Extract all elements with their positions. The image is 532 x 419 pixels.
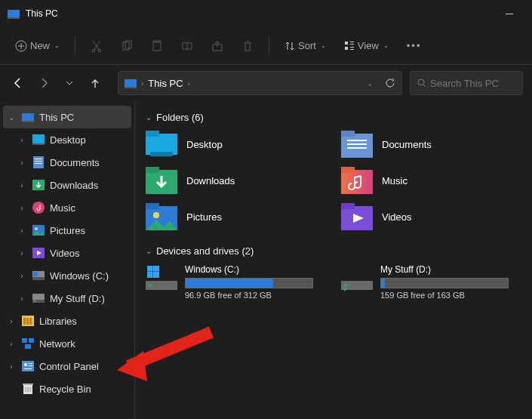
more-button[interactable]: •••	[401, 35, 428, 56]
recent-dropdown[interactable]	[60, 74, 78, 92]
rename-button[interactable]	[175, 35, 199, 57]
sidebar-item-libraries[interactable]: ›Libraries	[0, 310, 134, 332]
svg-rect-48	[22, 338, 27, 343]
minimize-button[interactable]	[494, 0, 524, 27]
svg-rect-18	[345, 47, 348, 50]
ellipsis-icon: •••	[407, 40, 422, 51]
trash-icon	[241, 40, 254, 52]
forward-button[interactable]	[35, 74, 53, 92]
pc-icon	[21, 110, 35, 124]
drive-c[interactable]: Windows (C:) 96.9 GB free of 312 GB	[146, 264, 326, 300]
share-button[interactable]	[205, 35, 229, 57]
svg-rect-58	[146, 134, 177, 155]
sidebar-item-pictures[interactable]: ›Pictures	[0, 219, 134, 242]
downloads-icon	[32, 178, 45, 192]
view-button[interactable]: View ⌄	[338, 35, 395, 56]
up-button[interactable]	[86, 74, 104, 92]
sidebar-item-network[interactable]: ›Network	[0, 332, 134, 355]
breadcrumb[interactable]: This PC	[148, 78, 183, 89]
folder-pictures[interactable]: Pictures	[146, 203, 326, 230]
chevron-right-icon: ›	[17, 159, 27, 167]
svg-rect-65	[347, 147, 367, 149]
folder-videos[interactable]: Videos	[341, 203, 521, 230]
folder-downloads[interactable]: Downloads	[146, 167, 326, 194]
svg-point-23	[418, 79, 424, 85]
drive-icon	[146, 264, 177, 291]
folders-section-header[interactable]: ⌄ Folders (6)	[146, 112, 521, 123]
sidebar-item-downloads[interactable]: ›Downloads	[0, 174, 134, 196]
svg-rect-74	[341, 203, 355, 209]
drive-icon	[32, 269, 45, 282]
svg-rect-22	[125, 87, 137, 88]
chevron-down-icon: ⌄	[321, 42, 326, 49]
plus-circle-icon	[15, 40, 27, 52]
refresh-button[interactable]	[385, 78, 395, 88]
chevron-right-icon: ›	[17, 181, 27, 189]
delete-button[interactable]	[235, 35, 260, 57]
cut-button[interactable]	[85, 35, 109, 57]
controlpanel-icon	[21, 359, 35, 373]
svg-rect-50	[25, 344, 31, 349]
desktop-icon	[32, 133, 45, 146]
svg-rect-71	[146, 203, 159, 209]
svg-rect-55	[24, 368, 32, 369]
search-box[interactable]	[410, 71, 523, 95]
svg-point-36	[35, 227, 38, 230]
svg-rect-64	[347, 143, 367, 145]
new-button[interactable]: New ⌄	[9, 35, 66, 57]
svg-rect-20	[350, 49, 354, 50]
chevron-right-icon: ›	[188, 79, 190, 88]
sidebar-item-documents[interactable]: ›Documents	[0, 151, 134, 174]
sort-button[interactable]: Sort ⌄	[278, 35, 332, 56]
svg-rect-60	[150, 152, 173, 156]
sidebar-item-videos[interactable]: ›Videos	[0, 242, 134, 264]
downloads-icon	[146, 167, 177, 194]
svg-rect-67	[146, 167, 159, 173]
svg-rect-31	[35, 161, 42, 162]
app-icon	[8, 8, 20, 19]
pc-icon	[125, 78, 137, 88]
pictures-icon	[146, 203, 177, 230]
sidebar: ⌄ This PC ›Desktop ›Documents ›Downloads…	[0, 101, 134, 419]
usage-bar	[185, 278, 313, 288]
chevron-right-icon: ›	[6, 340, 17, 348]
svg-rect-10	[153, 42, 161, 51]
sidebar-item-desktop[interactable]: ›Desktop	[0, 128, 134, 151]
address-bar[interactable]: › This PC › ⌄	[118, 71, 402, 95]
folder-desktop[interactable]: Desktop	[146, 131, 326, 158]
copy-button[interactable]	[115, 35, 139, 57]
svg-rect-32	[35, 163, 42, 164]
drive-icon	[341, 264, 373, 291]
drive-d[interactable]: My Stuff (D:) 159 GB free of 163 GB	[341, 264, 521, 300]
music-icon	[32, 201, 45, 214]
sidebar-item-mystuff[interactable]: ›My Stuff (D:)	[0, 287, 134, 310]
sidebar-item-music[interactable]: ›Music	[0, 196, 134, 219]
sidebar-item-controlpanel[interactable]: ›Control Panel	[0, 355, 134, 377]
videos-icon	[341, 203, 373, 230]
back-button[interactable]	[9, 74, 27, 92]
svg-rect-0	[8, 10, 20, 17]
svg-rect-63	[347, 140, 367, 141]
sidebar-item-thispc[interactable]: ⌄ This PC	[3, 106, 131, 128]
folder-documents[interactable]: Documents	[341, 131, 521, 158]
chevron-right-icon: ›	[6, 362, 17, 371]
usage-bar	[380, 278, 509, 288]
sidebar-item-windowsc[interactable]: ›Windows (C:)	[0, 264, 134, 287]
paste-button[interactable]	[145, 35, 169, 57]
chevron-right-icon: ›	[17, 294, 27, 303]
videos-icon	[32, 246, 45, 260]
svg-rect-76	[147, 266, 152, 271]
chevron-right-icon: ›	[17, 204, 27, 212]
folder-music[interactable]: Music	[341, 167, 521, 194]
drives-section-header[interactable]: ⌄ Devices and drives (2)	[146, 245, 521, 257]
sidebar-item-recyclebin[interactable]: Recycle Bin	[0, 377, 134, 400]
dropdown-chevron-icon[interactable]: ⌄	[367, 79, 373, 88]
svg-rect-15	[345, 42, 348, 45]
svg-rect-29	[33, 156, 44, 168]
documents-icon	[32, 156, 45, 169]
documents-icon	[341, 131, 373, 158]
main-content: ⌄ Folders (6) Desktop Documents Download…	[134, 101, 532, 419]
search-input[interactable]	[430, 78, 516, 89]
svg-rect-28	[32, 143, 45, 145]
svg-rect-79	[153, 272, 159, 278]
